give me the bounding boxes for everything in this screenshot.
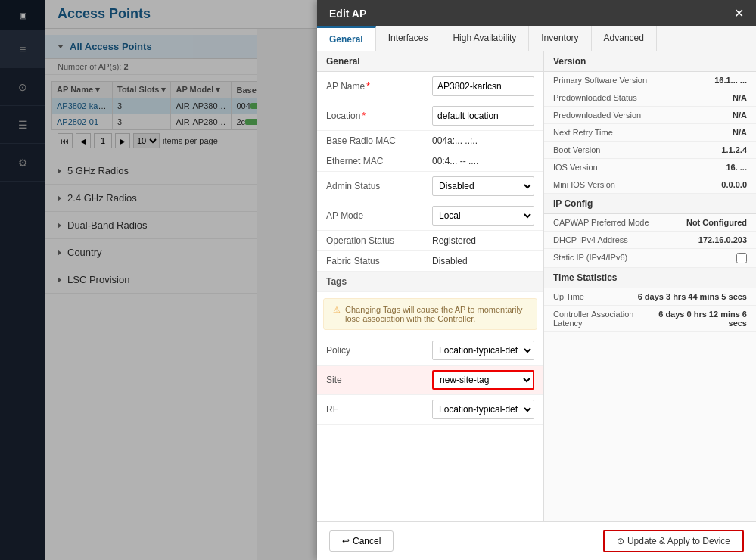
modal-header: Edit AP ✕ <box>317 0 756 26</box>
boot-version-value: 1.1.2.4 <box>721 145 747 154</box>
operation-status-label: Operation Status <box>326 235 432 246</box>
tags-label: Tags <box>326 276 432 287</box>
next-retry-value: N/A <box>733 128 747 137</box>
apply-label: Update & Apply to Device <box>627 536 730 546</box>
ios-version-value: 16. ... <box>726 163 747 172</box>
dhcp-ipv4-row: DHCP IPv4 Address 172.16.0.203 <box>544 232 756 249</box>
controller-latency-row: Controller Association Latency 6 days 0 … <box>544 306 756 332</box>
ethernet-mac-value: 00:4... -- .... <box>432 156 534 166</box>
apply-icon: ⊙ <box>617 536 624 546</box>
tab-advanced[interactable]: Advanced <box>592 26 657 51</box>
ap-name-row: AP Name <box>317 72 543 101</box>
site-label: Site <box>326 375 432 385</box>
modal-footer: ↩ Cancel ⊙ Update & Apply to Device <box>317 521 756 560</box>
version-panel: Version Primary Software Version 16.1...… <box>544 51 756 521</box>
tab-inventory[interactable]: Inventory <box>529 26 591 51</box>
mini-ios-value: 0.0.0.0 <box>721 180 747 189</box>
uptime-row: Up Time 6 days 3 hrs 44 mins 5 secs <box>544 288 756 306</box>
next-retry-label: Next Retry Time <box>553 128 613 137</box>
tags-header-row: Tags <box>317 272 543 292</box>
tab-high-availability[interactable]: High Availability <box>440 26 529 51</box>
tags-warning-text: Changing Tags will cause the AP to momen… <box>345 305 527 323</box>
update-apply-button[interactable]: ⊙ Update & Apply to Device <box>603 530 744 552</box>
modal-tabs: General Interfaces High Availability Inv… <box>317 26 756 51</box>
time-stats-section-header: Time Statistics <box>544 268 756 288</box>
ip-config-section-header: IP Config <box>544 194 756 214</box>
capwap-label: CAPWAP Preferred Mode <box>553 218 649 227</box>
location-row: Location <box>317 101 543 131</box>
base-radio-mac-value: 004a:... ..:.. <box>432 135 534 146</box>
location-label: Location <box>326 110 432 121</box>
rf-row: RF Location-typical-def default-rf-tag <box>317 395 543 425</box>
primary-sw-label: Primary Software Version <box>553 76 647 85</box>
primary-sw-value: 16.1... ... <box>714 76 747 85</box>
uptime-value: 6 days 3 hrs 44 mins 5 secs <box>638 292 747 301</box>
modal-close-button[interactable]: ✕ <box>734 6 744 20</box>
fabric-status-value: Disabled <box>432 256 534 266</box>
capwap-value: Not Configured <box>686 218 747 227</box>
static-ip-label: Static IP (IPv4/IPv6) <box>553 253 627 263</box>
fabric-status-row: Fabric Status Disabled <box>317 251 543 272</box>
admin-status-label: Admin Status <box>326 181 432 191</box>
site-row: Site new-site-tag default-site-tag <box>317 366 543 395</box>
uptime-label: Up Time <box>553 292 584 301</box>
cancel-label: Cancel <box>353 536 381 546</box>
rf-select[interactable]: Location-typical-def default-rf-tag <box>432 400 534 419</box>
ap-mode-row: AP Mode Local FlexConnect Monitor Sniffe… <box>317 201 543 231</box>
next-retry-row: Next Retry Time N/A <box>544 124 756 142</box>
capwap-row: CAPWAP Preferred Mode Not Configured <box>544 214 756 232</box>
edit-ap-modal: Edit AP ✕ General Interfaces High Availa… <box>317 0 756 560</box>
general-section-header: General <box>317 51 543 72</box>
modal-body: General AP Name Location Base Radio MAC … <box>317 51 756 521</box>
base-radio-mac-label: Base Radio MAC <box>326 135 432 146</box>
controller-latency-value: 6 days 0 hrs 12 mins 6 secs <box>652 310 747 328</box>
policy-label: Policy <box>326 345 432 356</box>
operation-status-row: Operation Status Registered <box>317 231 543 251</box>
tags-warning: ⚠ Changing Tags will cause the AP to mom… <box>323 298 537 330</box>
ios-version-label: IOS Version <box>553 163 598 172</box>
static-ip-checkbox[interactable] <box>736 253 747 263</box>
cancel-button[interactable]: ↩ Cancel <box>329 530 394 552</box>
cancel-icon: ↩ <box>342 536 350 546</box>
rf-label: RF <box>326 404 432 415</box>
predownloaded-status-value: N/A <box>733 93 747 102</box>
policy-select[interactable]: Location-typical-def default-policy-tag <box>432 341 534 360</box>
boot-version-row: Boot Version 1.1.2.4 <box>544 142 756 159</box>
tab-interfaces[interactable]: Interfaces <box>376 26 441 51</box>
location-input[interactable] <box>432 106 534 126</box>
ios-version-row: IOS Version 16. ... <box>544 159 756 176</box>
operation-status-value: Registered <box>432 235 534 246</box>
predownloaded-version-value: N/A <box>733 110 747 120</box>
modal-overlay: Edit AP ✕ General Interfaces High Availa… <box>0 0 756 560</box>
app-container: ▣ ≡ ⊙ ☰ ⚙ Access Points All Access <box>0 0 756 560</box>
ap-name-input[interactable] <box>432 76 534 96</box>
primary-sw-row: Primary Software Version 16.1... ... <box>544 72 756 89</box>
ap-mode-label: AP Mode <box>326 210 432 221</box>
boot-version-label: Boot Version <box>553 145 600 154</box>
tab-general[interactable]: General <box>317 26 376 51</box>
mini-ios-label: Mini IOS Version <box>553 180 615 189</box>
ap-name-label: AP Name <box>326 81 432 92</box>
predownloaded-version-label: Predownloaded Version <box>553 110 641 120</box>
admin-status-row: Admin Status Disabled Enabled <box>317 172 543 201</box>
general-panel: General AP Name Location Base Radio MAC … <box>317 51 544 521</box>
version-section-header: Version <box>544 51 756 72</box>
ap-mode-select[interactable]: Local FlexConnect Monitor Sniffer <box>432 206 534 226</box>
predownloaded-status-row: Predownloaded Status N/A <box>544 89 756 107</box>
predownloaded-status-label: Predownloaded Status <box>553 93 637 102</box>
predownloaded-version-row: Predownloaded Version N/A <box>544 107 756 124</box>
controller-latency-label: Controller Association Latency <box>553 310 652 328</box>
policy-row: Policy Location-typical-def default-poli… <box>317 336 543 366</box>
admin-status-select[interactable]: Disabled Enabled <box>432 176 534 196</box>
fabric-status-label: Fabric Status <box>326 256 432 266</box>
modal-title: Edit AP <box>329 8 366 20</box>
dhcp-ipv4-value: 172.16.0.203 <box>698 235 747 244</box>
mini-ios-row: Mini IOS Version 0.0.0.0 <box>544 176 756 194</box>
ethernet-mac-row: Ethernet MAC 00:4... -- .... <box>317 151 543 172</box>
static-ip-row: Static IP (IPv4/IPv6) <box>544 249 756 268</box>
ethernet-mac-label: Ethernet MAC <box>326 156 432 166</box>
dhcp-ipv4-label: DHCP IPv4 Address <box>553 235 628 244</box>
site-select[interactable]: new-site-tag default-site-tag <box>432 370 534 390</box>
warning-icon: ⚠ <box>333 305 341 315</box>
base-radio-mac-row: Base Radio MAC 004a:... ..:.. <box>317 131 543 151</box>
